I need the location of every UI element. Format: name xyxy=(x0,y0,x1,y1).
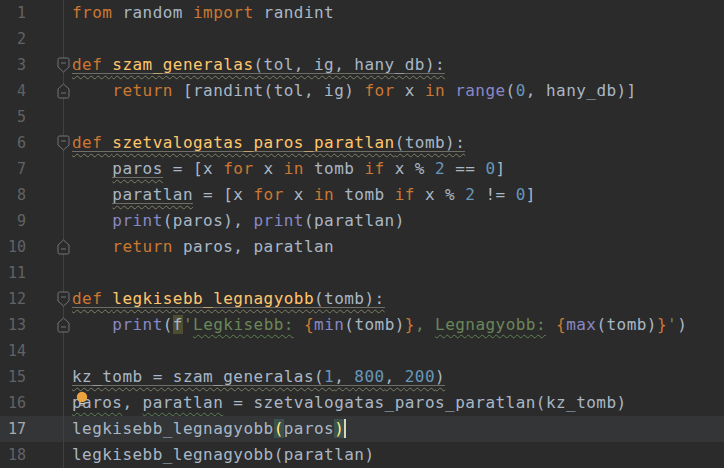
code-token xyxy=(445,81,455,100)
code-line-text: return [randint(tol, ig) for x in range(… xyxy=(0,78,724,104)
code-token: def xyxy=(72,133,112,152)
code-token xyxy=(72,237,112,256)
code-token: , xyxy=(385,367,405,386)
code-token: x % xyxy=(385,159,435,178)
code-token: def xyxy=(72,289,112,308)
fold-start-icon[interactable] xyxy=(57,57,70,73)
code-area[interactable]: 1from random import randint23def szam_ge… xyxy=(0,0,724,468)
code-token: Legkisebb: xyxy=(193,315,294,334)
code-token: ) xyxy=(435,367,445,386)
code-token xyxy=(72,185,112,204)
code-token: for xyxy=(254,185,284,204)
code-line[interactable]: 9 print(paros), print(paratlan) xyxy=(0,208,724,234)
code-token: for xyxy=(223,159,253,178)
code-token: } xyxy=(405,315,415,334)
code-line[interactable]: 8 paratlan = [x for x in tomb if x % 2 !… xyxy=(0,182,724,208)
code-line[interactable]: 2 xyxy=(0,26,724,52)
fold-start-icon[interactable] xyxy=(57,135,70,151)
code-token: paros xyxy=(112,159,162,178)
code-token: (paros), xyxy=(163,211,254,230)
fold-end-icon[interactable] xyxy=(57,239,70,255)
code-token: paros xyxy=(284,419,334,438)
code-token: (paratlan) xyxy=(304,211,405,230)
code-token: print xyxy=(112,315,162,334)
code-token xyxy=(546,315,556,334)
code-line[interactable]: 4 return [randint(tol, ig) for x in rang… xyxy=(0,78,724,104)
code-token: 200 xyxy=(405,367,435,386)
code-token: 0 xyxy=(516,185,526,204)
fold-end-icon[interactable] xyxy=(57,83,70,99)
code-token: szam_generalas xyxy=(112,55,253,74)
code-token: 2 xyxy=(465,185,475,204)
code-token: return xyxy=(112,237,173,256)
code-token: tomb xyxy=(304,159,365,178)
line-number: 11 xyxy=(0,260,26,286)
code-line-text: print(f'Legkisebb: {min(tomb)}, Legnagyo… xyxy=(0,312,724,338)
code-token: ' xyxy=(183,315,193,334)
line-number: 18 xyxy=(0,442,26,468)
code-token: in xyxy=(284,159,304,178)
code-token: szetvalogatas_paros_paratlan xyxy=(112,133,394,152)
code-token: = [x xyxy=(163,159,224,178)
code-token: legkisebb_legnagyobb xyxy=(72,419,274,438)
code-token: import xyxy=(193,3,254,22)
code-line[interactable]: 12def legkisebb_legnagyobb(tomb): xyxy=(0,286,724,312)
code-token: 1 xyxy=(324,367,334,386)
code-line[interactable]: 14 xyxy=(0,338,724,364)
code-token: f xyxy=(173,315,183,334)
fold-end-icon[interactable] xyxy=(57,317,70,333)
code-token: print xyxy=(112,211,162,230)
code-token: if xyxy=(364,159,384,178)
line-number: 15 xyxy=(0,364,26,390)
line-number: 13 xyxy=(0,312,26,338)
code-line-text: def szam_generalas(tol, ig, hany_db): xyxy=(0,52,724,78)
code-token: ( xyxy=(163,315,173,334)
code-line-text: kz_tomb = szam_generalas(1, 800, 200) xyxy=(0,364,724,390)
code-token: = [x xyxy=(193,185,254,204)
code-token: from xyxy=(72,3,112,22)
code-line[interactable]: 13 print(f'Legkisebb: {min(tomb)}, Legna… xyxy=(0,312,724,338)
code-token xyxy=(294,315,304,334)
code-line[interactable]: 7 paros = [x for x in tomb if x % 2 == 0… xyxy=(0,156,724,182)
code-token: { xyxy=(556,315,566,334)
code-token: == xyxy=(445,159,485,178)
code-token: (tomb): xyxy=(395,133,466,152)
code-line[interactable]: 11 xyxy=(0,260,724,286)
code-line[interactable]: 18legkisebb_legnagyobb(paratlan) xyxy=(0,442,724,468)
code-line[interactable]: 15kz_tomb = szam_generalas(1, 800, 200) xyxy=(0,364,724,390)
code-token: in xyxy=(314,185,334,204)
code-line-text: from random import randint xyxy=(0,0,724,26)
intention-lightbulb-icon[interactable] xyxy=(76,391,88,407)
fold-start-icon[interactable] xyxy=(57,291,70,307)
line-number: 1 xyxy=(0,0,26,26)
code-token: (tol, ig, hany_db): xyxy=(254,55,446,74)
code-line[interactable]: 1from random import randint xyxy=(0,0,724,26)
code-token: def xyxy=(72,55,112,74)
code-token xyxy=(72,315,112,334)
code-line[interactable]: 17legkisebb_legnagyobb(paros) xyxy=(0,416,724,442)
line-number: 7 xyxy=(0,156,26,182)
code-token: , xyxy=(415,315,435,334)
code-line-text: paros, paratlan = szetvalogatas_paros_pa… xyxy=(0,390,724,416)
code-line-text xyxy=(0,104,724,130)
line-number: 9 xyxy=(0,208,26,234)
code-token: randint xyxy=(254,3,335,22)
code-token: ) xyxy=(334,419,344,438)
line-number: 8 xyxy=(0,182,26,208)
code-token: , xyxy=(334,367,354,386)
code-editor: 1from random import randint23def szam_ge… xyxy=(0,0,724,468)
code-line[interactable]: 6def szetvalogatas_paros_paratlan(tomb): xyxy=(0,130,724,156)
code-line-text: legkisebb_legnagyobb(paros) xyxy=(0,416,724,442)
code-line[interactable]: 16paros, paratlan = szetvalogatas_paros_… xyxy=(0,390,724,416)
code-line[interactable]: 5 xyxy=(0,104,724,130)
code-line-text xyxy=(0,26,724,52)
code-token xyxy=(72,159,112,178)
code-token: { xyxy=(304,315,314,334)
code-line-text xyxy=(0,260,724,286)
code-line[interactable]: 3def szam_generalas(tol, ig, hany_db): xyxy=(0,52,724,78)
code-token: 2 xyxy=(435,159,445,178)
code-line-text: return paros, paratlan xyxy=(0,234,724,260)
code-token: x % xyxy=(415,185,465,204)
code-line[interactable]: 10 return paros, paratlan xyxy=(0,234,724,260)
line-number: 3 xyxy=(0,52,26,78)
